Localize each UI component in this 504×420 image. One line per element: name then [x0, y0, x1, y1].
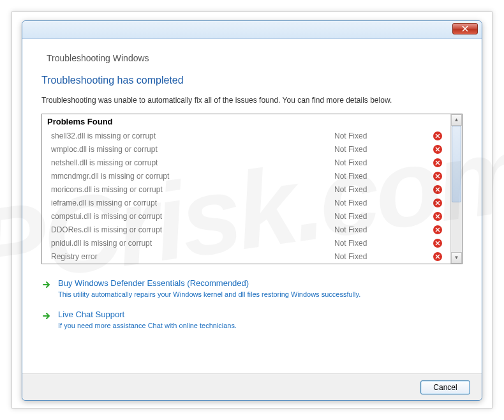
action-title: Live Chat Support [58, 310, 237, 319]
error-icon [430, 239, 445, 248]
problem-status: Not Fixed [334, 158, 430, 167]
error-icon [430, 185, 445, 194]
problem-description: mmcndmgr.dll is missing or corrupt [51, 172, 334, 181]
cancel-button[interactable]: Cancel [420, 380, 470, 394]
footer: Cancel [22, 373, 482, 400]
error-icon [430, 158, 445, 167]
problem-status: Not Fixed [334, 252, 430, 261]
problem-description: compstui.dll is missing or corrupt [51, 212, 334, 221]
problem-status: Not Fixed [334, 225, 430, 234]
action-item[interactable]: Buy Windows Defender Essentials (Recomme… [41, 278, 463, 298]
titlebar[interactable] [22, 21, 482, 39]
page-subtext: Troubleshooting was unable to automatica… [41, 95, 463, 106]
problem-description: ieframe.dll is missing or corrupt [51, 199, 334, 207]
action-title: Buy Windows Defender Essentials (Recomme… [58, 278, 360, 288]
action-text: Buy Windows Defender Essentials (Recomme… [58, 278, 360, 298]
scroll-down-button[interactable]: ▼ [451, 252, 462, 264]
close-button[interactable] [452, 23, 478, 34]
scroll-track[interactable] [451, 126, 462, 252]
problem-status: Not Fixed [334, 212, 430, 221]
breadcrumb: Troubleshooting Windows [47, 53, 463, 63]
scrollbar[interactable]: ▲ ▼ [450, 114, 462, 264]
action-text: Live Chat SupportIf you need more assist… [58, 310, 237, 329]
problem-row[interactable]: netshell.dll is missing or corruptNot Fi… [42, 156, 450, 170]
problem-status: Not Fixed [334, 239, 430, 248]
problem-row[interactable]: pnidui.dll is missing or corruptNot Fixe… [42, 237, 450, 250]
scroll-up-button[interactable]: ▲ [451, 114, 462, 126]
problem-status: Not Fixed [334, 199, 430, 207]
problem-description: Registry error [51, 252, 334, 261]
problems-header: Problems Found [42, 114, 462, 129]
error-icon [430, 225, 445, 234]
error-icon [430, 145, 445, 154]
problem-status: Not Fixed [334, 185, 430, 194]
error-icon [430, 131, 445, 140]
problem-status: Not Fixed [334, 145, 430, 154]
error-icon [430, 212, 445, 221]
action-list: Buy Windows Defender Essentials (Recomme… [41, 278, 463, 329]
action-item[interactable]: Live Chat SupportIf you need more assist… [41, 310, 463, 329]
problems-list: shell32.dll is missing or corruptNot Fix… [42, 130, 450, 264]
page-heading: Troubleshooting has completed [41, 75, 463, 86]
error-icon [430, 252, 445, 261]
problem-description: netshell.dll is missing or corrupt [51, 158, 334, 167]
action-subtitle: This utility automatically repairs your … [58, 290, 360, 298]
problem-row[interactable]: moricons.dll is missing or corruptNot Fi… [42, 183, 450, 197]
problem-row[interactable]: DDORes.dll is missing or corruptNot Fixe… [42, 223, 450, 237]
problem-description: shell32.dll is missing or corrupt [51, 131, 334, 140]
problem-description: wmploc.dll is missing or corrupt [51, 145, 334, 154]
problem-description: DDORes.dll is missing or corrupt [51, 225, 334, 234]
problem-description: moricons.dll is missing or corrupt [51, 185, 334, 194]
troubleshooter-window: Troubleshooting Windows Troubleshooting … [22, 20, 482, 401]
error-icon [430, 172, 445, 181]
problem-row[interactable]: Registry errorNot Fixed [42, 250, 450, 264]
problem-row[interactable]: ieframe.dll is missing or corruptNot Fix… [42, 197, 450, 210]
close-icon [462, 23, 468, 34]
problem-row[interactable]: compstui.dll is missing or corruptNot Fi… [42, 210, 450, 223]
problems-panel: Problems Found shell32.dll is missing or… [41, 114, 463, 264]
problem-row[interactable]: wmploc.dll is missing or corruptNot Fixe… [42, 143, 450, 156]
problem-row[interactable]: mmcndmgr.dll is missing or corruptNot Fi… [42, 170, 450, 183]
arrow-right-icon [41, 311, 52, 321]
problem-description: pnidui.dll is missing or corrupt [51, 239, 334, 248]
arrow-right-icon [41, 280, 52, 290]
action-subtitle: If you need more assistance Chat with on… [58, 322, 237, 329]
scroll-thumb[interactable] [452, 126, 461, 202]
error-icon [430, 199, 445, 207]
content-area: Troubleshooting Windows Troubleshooting … [22, 39, 482, 329]
problem-row[interactable]: shell32.dll is missing or corruptNot Fix… [42, 130, 450, 143]
problem-status: Not Fixed [334, 131, 430, 140]
problem-status: Not Fixed [334, 172, 430, 181]
